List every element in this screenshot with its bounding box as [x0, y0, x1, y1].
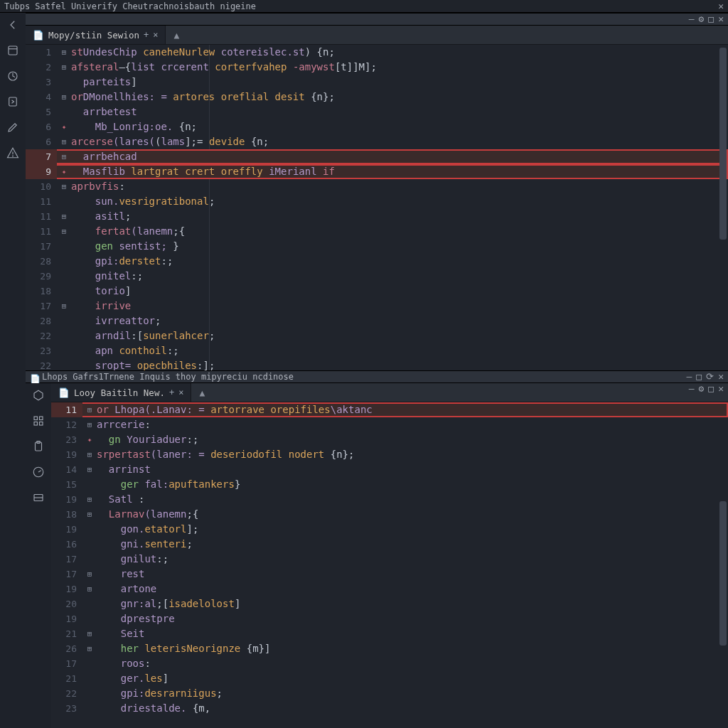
keypad-icon[interactable] — [31, 413, 46, 429]
gauge-icon[interactable] — [31, 464, 46, 480]
warning-icon[interactable] — [5, 145, 21, 161]
code-line[interactable]: 10⊞aprbvfis: — [26, 179, 728, 194]
fold-toggle-icon[interactable]: ⊞ — [57, 60, 71, 75]
diff-marker-icon[interactable]: ✦ — [82, 432, 97, 447]
diff-marker-icon[interactable]: ✦ — [57, 164, 71, 179]
fold-toggle-icon[interactable]: ⊞ — [57, 209, 71, 224]
code-line[interactable]: 21 ger.les] — [51, 671, 728, 686]
fold-toggle-icon[interactable]: ⊞ — [57, 134, 71, 149]
fold-toggle-icon[interactable]: ⊞ — [82, 567, 97, 582]
code-line[interactable]: 21⊞ Seit — [51, 626, 728, 641]
code-line[interactable]: 17⊞ irrive — [26, 299, 728, 314]
tab-close-icon[interactable]: × — [153, 30, 158, 40]
code-line[interactable]: 19⊞srpertast(laner: = deseriodofil noder… — [51, 447, 728, 462]
fold-toggle-icon[interactable]: ⊞ — [82, 447, 97, 462]
code-line[interactable]: 11 sun.vesrigratibonal; — [26, 194, 728, 209]
titlebar-close-icon[interactable]: ✕ — [718, 0, 724, 13]
code-line[interactable]: 11⊞or Lhopa(.Lanav: = artorrave orepifil… — [51, 402, 728, 417]
code-line[interactable]: 17 gnilut:; — [51, 552, 728, 567]
code-line[interactable]: 16 gni.senteri; — [51, 537, 728, 552]
fold-toggle-icon[interactable]: ⊞ — [82, 462, 97, 477]
code-line[interactable]: 17⊞ rest — [51, 567, 728, 582]
pane2-max-icon[interactable]: □ — [696, 370, 702, 383]
pane2-vscrollbar[interactable] — [719, 405, 727, 725]
tab-close-icon[interactable]: × — [178, 387, 183, 397]
pane1-settings-icon[interactable]: ⚙ — [699, 13, 705, 26]
fold-toggle-icon[interactable]: ⊞ — [82, 417, 97, 432]
pen-icon[interactable] — [5, 119, 21, 135]
tab-add-icon[interactable]: + — [169, 387, 174, 397]
code-line[interactable]: 7⊞ arrbehcad — [26, 149, 728, 164]
pane1-max-icon[interactable]: □ — [708, 13, 714, 26]
code-line[interactable]: 5 arrbetest — [26, 105, 728, 119]
code-line[interactable]: 12⊞arrcerie: — [51, 417, 728, 432]
pane2-editor-max-icon[interactable]: □ — [708, 383, 714, 402]
pane1-close-icon[interactable]: ✕ — [718, 13, 724, 26]
code-line[interactable]: 19 gon.etatorl]; — [51, 522, 728, 537]
code-line[interactable]: 6⊞arcerse(lares((lams];= devide {n; — [26, 134, 728, 149]
tab-warning-icon[interactable]: ▲ — [166, 26, 187, 44]
code-line[interactable]: 26⊞ her leterisNeorignze {m}] — [51, 641, 728, 656]
code-line[interactable]: 20 gnr:al;[isadelolost] — [51, 596, 728, 611]
fold-toggle-icon[interactable]: ⊞ — [57, 45, 71, 60]
code-line[interactable]: 28 gpi:derstet:; — [26, 254, 728, 269]
code-line[interactable]: 4⊞orDMonellhies: = artores oreflial desi… — [26, 90, 728, 105]
pane2-close-icon[interactable]: ✕ — [718, 370, 724, 383]
diff-marker-icon[interactable]: ✦ — [57, 119, 71, 134]
fold-toggle-icon[interactable]: ⊞ — [82, 582, 97, 596]
pane2-editor-settings-icon[interactable]: ⚙ — [699, 383, 705, 402]
code-line[interactable]: 15 ger fal:apuftankers} — [51, 477, 728, 492]
code-line[interactable]: 22 gpi:desrarniigus; — [51, 686, 728, 701]
code-line[interactable]: 2⊞afsteral—{list crcerent corterfvahep -… — [26, 60, 728, 75]
pane2-minimize-icon[interactable]: – — [687, 370, 692, 383]
fold-toggle-icon[interactable]: ⊞ — [82, 641, 97, 656]
code-line[interactable]: 19 dprestpre — [51, 611, 728, 626]
code-line[interactable]: 19⊞ artone — [51, 582, 728, 596]
pane2-editor-minimize-icon[interactable]: – — [689, 383, 695, 402]
pane1-vscrollbar[interactable] — [719, 48, 727, 368]
run-icon[interactable] — [5, 94, 21, 109]
code-line[interactable]: 22 sropt= opecbhiles:]; — [26, 358, 728, 370]
clipboard-icon[interactable] — [31, 439, 46, 454]
code-line[interactable]: 11⊞ fertat(lanemn;{ — [26, 224, 728, 239]
code-line[interactable]: 3 parteits] — [26, 75, 728, 90]
tab-warning-icon[interactable]: ▲ — [191, 383, 213, 402]
pane2-editor[interactable]: ✕ 11⊞or Lhopa(.Lanav: = artorrave orepif… — [51, 402, 728, 728]
code-line[interactable]: 17 gen sentist; } — [26, 239, 728, 254]
fold-toggle-icon[interactable]: ⊞ — [57, 149, 71, 164]
explorer-icon[interactable] — [5, 43, 21, 58]
code-line[interactable]: 14⊞ arrinst — [51, 462, 728, 477]
fold-toggle-icon[interactable]: ⊞ — [82, 492, 97, 507]
hex-icon[interactable] — [31, 387, 46, 403]
pane2-editor-close-icon[interactable]: ✕ — [718, 383, 724, 402]
fold-toggle-icon[interactable]: ⊞ — [57, 90, 71, 105]
code-line[interactable]: 23✦ gn Youriaduer:; — [51, 432, 728, 447]
pane2-tab[interactable]: 📄 Looy Baitiln New. + × — [51, 383, 191, 402]
fold-toggle-icon[interactable]: ⊞ — [82, 626, 97, 641]
pane2-sync-icon[interactable]: ⟳ — [706, 370, 714, 383]
code-line[interactable]: 17 roos: — [51, 656, 728, 671]
code-line[interactable]: 23 apn conthoil:; — [26, 343, 728, 358]
sync-icon[interactable] — [5, 68, 21, 84]
pane1-editor[interactable]: 1⊞stUndesChip caneheNurlew cotereislec.s… — [26, 45, 728, 370]
fold-toggle-icon[interactable]: ⊞ — [82, 402, 97, 417]
code-line[interactable]: 9✦ Masflib lartgrat crert oreffly iMeria… — [26, 164, 728, 179]
pane1-minimize-icon[interactable]: – — [689, 13, 695, 26]
fold-toggle-icon[interactable]: ⊞ — [82, 507, 97, 522]
code-line[interactable]: 23 driestalde. {m, — [51, 701, 728, 716]
code-line[interactable]: 11⊞ asitl; — [26, 209, 728, 224]
fold-toggle-icon[interactable]: ⊞ — [57, 224, 71, 239]
code-line[interactable]: 6✦ Mb_Lonrig:oe. {n; — [26, 119, 728, 134]
fold-toggle-icon[interactable]: ⊞ — [57, 179, 71, 194]
code-line[interactable]: 19⊞ Satl : — [51, 492, 728, 507]
code-line[interactable]: 29 gnitel:; — [26, 269, 728, 284]
chevron-left-icon[interactable] — [5, 17, 21, 33]
code-line[interactable]: 28 ivrreattor; — [26, 314, 728, 328]
code-line[interactable]: 18 torio] — [26, 284, 728, 299]
fold-toggle-icon[interactable]: ⊞ — [57, 299, 71, 314]
tab-add-icon[interactable]: + — [144, 30, 149, 40]
code-line[interactable]: 1⊞stUndesChip caneheNurlew cotereislec.s… — [26, 45, 728, 60]
pane1-tab[interactable]: 📄 Mopy/stiin Sewion + × — [26, 26, 166, 44]
layout-icon[interactable] — [31, 490, 46, 505]
code-line[interactable]: 22 arndil:[sunerlahcer; — [26, 328, 728, 343]
